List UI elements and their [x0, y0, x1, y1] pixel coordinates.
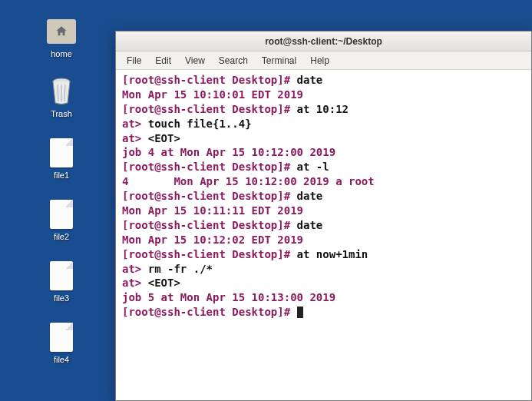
terminal-body[interactable]: [root@ssh-client Desktop]# dateMon Apr 1…: [116, 70, 531, 400]
output-text: Mon Apr 15 10:12:02 EDT 2019: [122, 234, 303, 246]
at-prompt: at>: [122, 118, 148, 130]
desktop-icon-file4[interactable]: file4: [35, 323, 88, 364]
terminal-line: [root@ssh-client Desktop]# at 10:12: [122, 102, 525, 117]
terminal-line: [root@ssh-client Desktop]# at -l: [122, 160, 525, 174]
shell-prompt: [root@ssh-client Desktop]#: [122, 219, 297, 231]
output-text: job 5 at Mon Apr 15 10:13:00 2019: [122, 291, 335, 303]
terminal-line: 4 Mon Apr 15 10:12:00 2019 a root: [122, 174, 525, 189]
terminal-line: at> <EOT>: [122, 131, 525, 146]
shell-prompt: [root@ssh-client Desktop]#: [122, 103, 297, 115]
desktop-icon-home[interactable]: home: [35, 17, 88, 58]
output-text: Mon Apr 15 10:11:11 EDT 2019: [122, 204, 303, 217]
at-prompt: at>: [122, 277, 148, 289]
command-text: date: [297, 74, 323, 86]
desktop-icon-label: home: [51, 49, 72, 58]
window-titlebar[interactable]: root@ssh-client:~/Desktop: [116, 31, 531, 51]
file-icon: [47, 323, 76, 352]
shell-prompt: [root@ssh-client Desktop]#: [122, 74, 297, 86]
command-text: <EOT>: [148, 277, 180, 289]
command-text: touch file{1..4}: [148, 118, 252, 130]
terminal-line: Mon Apr 15 10:10:01 EDT 2019: [122, 88, 525, 102]
menu-edit[interactable]: Edit: [149, 53, 177, 68]
desktop-icon-label: file2: [54, 232, 69, 241]
terminal-line: [root@ssh-client Desktop]# date: [122, 73, 525, 88]
file-icon: [47, 138, 76, 167]
terminal-line: [root@ssh-client Desktop]# at now+1min: [122, 247, 525, 262]
menu-file[interactable]: File: [121, 53, 147, 68]
terminal-line: [root@ssh-client Desktop]#: [122, 305, 525, 320]
file-icon: [47, 261, 76, 290]
terminal-line: at> touch file{1..4}: [122, 117, 525, 131]
command-text: <EOT>: [148, 132, 180, 144]
desktop-icon-label: file3: [54, 293, 69, 303]
terminal-window[interactable]: root@ssh-client:~/Desktop FileEditViewSe…: [115, 31, 532, 401]
trash-icon: [47, 77, 76, 106]
terminal-line: at> rm -fr ./*: [122, 262, 525, 277]
command-text: at -l: [297, 161, 329, 173]
menu-terminal[interactable]: Terminal: [256, 53, 302, 68]
terminal-line: [root@ssh-client Desktop]# date: [122, 189, 525, 204]
terminal-line: job 5 at Mon Apr 15 10:13:00 2019: [122, 290, 525, 305]
at-prompt: at>: [122, 132, 148, 144]
output-text: job 4 at Mon Apr 15 10:12:00 2019: [122, 146, 335, 158]
desktop-icon-label: Trash: [51, 109, 72, 118]
terminal-line: Mon Apr 15 10:12:02 EDT 2019: [122, 233, 525, 247]
desktop-icon-file2[interactable]: file2: [35, 200, 88, 241]
command-text: rm -fr ./*: [148, 263, 213, 275]
output-text: Mon Apr 15 10:10:01 EDT 2019: [122, 88, 303, 101]
desktop-icon-file1[interactable]: file1: [35, 138, 88, 180]
command-text: date: [297, 190, 323, 202]
command-text: date: [297, 219, 323, 231]
window-title: root@ssh-client:~/Desktop: [265, 36, 382, 47]
terminal-line: Mon Apr 15 10:11:11 EDT 2019: [122, 204, 525, 218]
menu-search[interactable]: Search: [213, 53, 254, 68]
command-text: at 10:12: [297, 103, 349, 115]
home-folder-icon: [47, 17, 76, 46]
desktop-icon-file3[interactable]: file3: [35, 261, 88, 303]
shell-prompt: [root@ssh-client Desktop]#: [122, 248, 297, 260]
menu-view[interactable]: View: [179, 53, 211, 68]
menubar: FileEditViewSearchTerminalHelp: [116, 51, 531, 70]
desktop-icon-trash[interactable]: Trash: [35, 77, 88, 118]
desktop-icon-label: file4: [54, 355, 69, 364]
at-prompt: at>: [122, 263, 148, 275]
shell-prompt: [root@ssh-client Desktop]#: [122, 190, 297, 202]
terminal-line: at> <EOT>: [122, 276, 525, 290]
output-text: 4 Mon Apr 15 10:12:00 2019 a root: [122, 175, 375, 187]
desktop-icon-label: file1: [54, 171, 69, 180]
shell-prompt: [root@ssh-client Desktop]#: [122, 306, 297, 318]
shell-prompt: [root@ssh-client Desktop]#: [122, 161, 297, 173]
menu-help[interactable]: Help: [304, 53, 335, 68]
file-icon: [47, 200, 76, 229]
terminal-line: job 4 at Mon Apr 15 10:12:00 2019: [122, 145, 525, 160]
terminal-line: [root@ssh-client Desktop]# date: [122, 218, 525, 233]
command-text: at now+1min: [297, 248, 368, 260]
cursor-icon: [297, 307, 303, 318]
